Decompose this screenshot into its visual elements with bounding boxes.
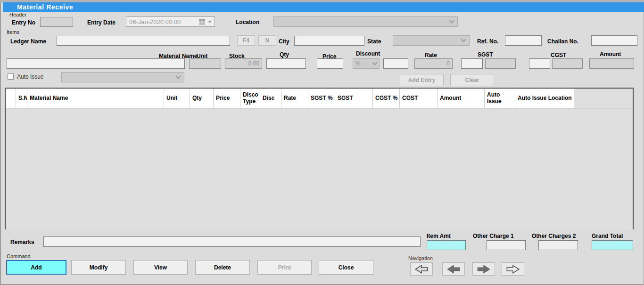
other-charges-2-field[interactable] xyxy=(538,240,578,250)
n-button[interactable]: N xyxy=(258,35,276,46)
grand-total-label: Grand Total xyxy=(592,233,623,239)
item-amt-field xyxy=(427,240,466,250)
auto-issue-checkbox[interactable] xyxy=(8,73,14,80)
chevron-down-icon xyxy=(449,18,454,23)
remarks-field[interactable] xyxy=(43,236,421,247)
ledger-name-field[interactable] xyxy=(57,36,230,46)
chevron-down-icon xyxy=(461,37,466,42)
nav-previous-button[interactable] xyxy=(442,262,465,276)
nav-first-button[interactable] xyxy=(410,262,433,276)
amount-field xyxy=(589,58,634,69)
command-group-label: Command xyxy=(7,253,31,259)
amount-label: Amount xyxy=(600,51,621,57)
grid-col-amount[interactable]: Amount xyxy=(438,89,485,108)
grand-total-field xyxy=(592,240,633,250)
price-field[interactable] xyxy=(317,58,343,69)
entry-no-field[interactable] xyxy=(40,17,73,27)
grid-col-price[interactable]: Price xyxy=(214,89,240,108)
window-title-bar[interactable]: Material Receive xyxy=(3,2,644,12)
qty-field[interactable] xyxy=(266,58,306,69)
print-button[interactable]: Print xyxy=(257,260,312,275)
cgst-percent-field[interactable] xyxy=(529,58,550,69)
last-record-icon xyxy=(506,265,520,274)
sgst-amount-field xyxy=(485,58,516,69)
material-name-field[interactable] xyxy=(7,58,185,69)
sgst-label: SGST xyxy=(478,51,493,58)
grid-col-sno[interactable]: S.No xyxy=(16,89,27,108)
grid-col-material-name[interactable]: Material Name xyxy=(27,89,164,108)
discount-label: Discount xyxy=(356,50,380,57)
item-amt-label: Item Amt xyxy=(427,233,451,239)
grid-col-cgst[interactable]: CGST xyxy=(400,89,438,108)
other-charge-1-label: Other Charge 1 xyxy=(473,233,514,239)
nav-next-button[interactable] xyxy=(472,262,495,276)
challan-no-field[interactable] xyxy=(591,35,637,46)
rate-label: Rate xyxy=(425,52,437,58)
unit-field xyxy=(189,58,221,69)
challan-no-label: Challan No. xyxy=(547,38,578,45)
grid-col-auto-issue[interactable]: Auto Issue xyxy=(485,89,515,108)
discount-type-value: % xyxy=(355,60,373,67)
location-label: Location xyxy=(236,19,259,25)
qty-label: Qty xyxy=(280,51,289,58)
other-charges-2-label: Other Charges 2 xyxy=(532,233,576,239)
stock-field: 0.00 xyxy=(225,58,262,69)
items-group-label: Items xyxy=(7,29,19,35)
entry-date-picker[interactable]: 06-Jan-2020 00:00 xyxy=(126,16,215,27)
entry-no-label: Entry No xyxy=(12,19,35,26)
entry-date-value: 06-Jan-2020 00:00 xyxy=(129,18,199,25)
cgst-label: CGST xyxy=(551,52,566,58)
view-button[interactable]: View xyxy=(133,260,188,275)
cgst-amount-field xyxy=(552,58,583,69)
sgst-percent-field[interactable] xyxy=(461,58,483,69)
chevron-down-icon xyxy=(175,73,181,79)
add-button[interactable]: Add xyxy=(6,260,66,275)
next-record-icon xyxy=(477,265,491,274)
close-button[interactable]: Close xyxy=(319,260,373,275)
auto-issue-combobox[interactable] xyxy=(61,72,184,82)
rate-field: 0 xyxy=(414,58,453,69)
city-field[interactable] xyxy=(294,36,364,46)
date-dropdown-icon xyxy=(208,21,212,23)
location-combobox[interactable] xyxy=(273,16,458,27)
nav-last-button[interactable] xyxy=(502,262,524,276)
discount-value-field[interactable] xyxy=(383,58,408,69)
calendar-icon xyxy=(199,19,205,24)
grid-col-cgst-percent[interactable]: CGST % xyxy=(373,89,400,108)
state-label: State xyxy=(367,38,381,45)
add-entry-button[interactable]: Add Entry xyxy=(400,74,444,86)
other-charge-1-field[interactable] xyxy=(487,240,526,250)
chevron-down-icon xyxy=(372,60,377,65)
previous-record-icon xyxy=(446,265,461,274)
entry-date-label: Entry Date xyxy=(87,19,116,26)
f4-button[interactable]: F4 xyxy=(237,35,255,46)
navigation-label: Navigation xyxy=(408,255,433,261)
window-title: Material Receive xyxy=(17,3,73,11)
grid-col-qty[interactable]: Qty xyxy=(190,89,214,108)
grid-col-auto-issue-location[interactable]: Auto Issue Location xyxy=(515,89,574,108)
grid-body-empty xyxy=(6,108,633,229)
clear-button[interactable]: Clear xyxy=(450,74,494,86)
grid-col-sgst-percent[interactable]: SGST % xyxy=(308,89,335,108)
grid-row-selector-header xyxy=(6,89,16,108)
city-label: City xyxy=(279,38,289,45)
grid-col-disc[interactable]: Disc xyxy=(260,89,281,108)
header-group-label: Header xyxy=(9,12,26,17)
grid-col-unit[interactable]: Unit xyxy=(164,89,190,108)
modify-button[interactable]: Modify xyxy=(71,260,126,275)
items-datagrid[interactable]: S.No Material Name Unit Qty Price Disco … xyxy=(5,88,634,229)
state-combobox[interactable] xyxy=(393,35,470,46)
first-record-icon xyxy=(414,265,429,274)
auto-issue-label: Auto Issue xyxy=(17,73,44,80)
grid-col-sgst[interactable]: SGST xyxy=(335,89,373,108)
grid-col-rate[interactable]: Rate xyxy=(281,89,308,108)
ref-no-field[interactable] xyxy=(505,35,542,46)
ledger-name-label: Ledger Name xyxy=(10,38,46,45)
grid-col-disco-type[interactable]: Disco Type xyxy=(240,89,260,108)
remarks-label: Remarks xyxy=(10,239,34,245)
delete-button[interactable]: Delete xyxy=(195,260,250,275)
ref-no-label: Ref. No. xyxy=(477,38,498,45)
discount-type-combobox[interactable]: % xyxy=(353,58,380,69)
grid-header-row: S.No Material Name Unit Qty Price Disco … xyxy=(6,89,633,108)
